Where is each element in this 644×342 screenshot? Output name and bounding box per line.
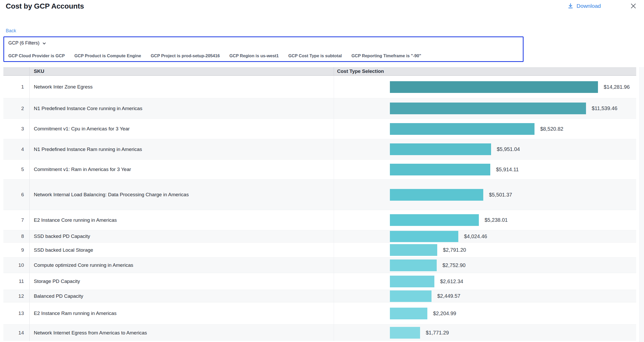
chevron-down-icon [42, 41, 47, 46]
row-rank: 7 [3, 210, 30, 230]
applied-filters-row: GCP Cloud Provider is GCPGCP Product is … [8, 53, 519, 58]
filter-chip: GCP Cost Type is subtotal [288, 53, 342, 58]
cost-bar[interactable] [390, 164, 490, 175]
cost-bar[interactable] [390, 327, 420, 339]
download-label: Download [577, 3, 601, 9]
cost-bar[interactable] [390, 308, 427, 319]
row-rank: 11 [3, 273, 30, 290]
table-row[interactable]: 12Balanced PD Capacity$2,449.57 [3, 290, 636, 302]
row-bar-cell: $14,281.96 [334, 76, 636, 98]
table-row[interactable]: 2N1 Predefined Instance Core running in … [3, 98, 636, 118]
table-row[interactable]: 9SSD backed Local Storage$2,791.20 [3, 242, 636, 257]
filter-chip: GCP Product is Compute Engine [74, 53, 141, 58]
cost-bar[interactable] [390, 81, 598, 93]
cost-value-label: $8,520.82 [540, 126, 563, 132]
row-rank: 10 [3, 258, 30, 273]
table-row[interactable]: 13E2 Instance Ram running in Americas$2,… [3, 302, 636, 324]
cost-value-label: $2,204.99 [433, 311, 456, 316]
cost-bar[interactable] [390, 244, 437, 256]
cost-bar[interactable] [390, 259, 437, 271]
table-header-sku: SKU [30, 67, 334, 75]
cost-value-label: $5,914.11 [496, 167, 519, 173]
row-sku-label: N1 Predefined Instance Ram running in Am… [30, 139, 334, 159]
row-bar-cell: $2,612.34 [334, 273, 636, 290]
cost-value-label: $5,238.01 [485, 217, 508, 223]
row-sku-label: Balanced PD Capacity [30, 290, 334, 302]
filter-group-box: GCP (6 Filters) GCP Cloud Provider is GC… [3, 36, 524, 62]
row-bar-cell: $5,951.04 [334, 139, 636, 159]
row-bar-cell: $4,024.46 [334, 230, 636, 242]
cost-bar[interactable] [390, 290, 432, 302]
cost-bar[interactable] [390, 214, 479, 226]
row-sku-label: E2 Instance Core running in Americas [30, 210, 334, 230]
row-sku-label: SSD backed Local Storage [30, 243, 334, 257]
row-rank: 5 [3, 160, 30, 179]
cost-value-label: $2,791.20 [443, 247, 466, 253]
row-bar-cell: $2,752.90 [334, 258, 636, 273]
cost-bar[interactable] [390, 103, 586, 114]
back-link[interactable]: Back [6, 28, 16, 34]
filter-chip: GCP Project is prod-setup-205416 [151, 53, 220, 58]
row-rank: 2 [3, 98, 30, 118]
cost-bar[interactable] [390, 231, 458, 242]
row-rank: 6 [3, 180, 30, 210]
close-icon [630, 3, 637, 9]
table-row[interactable]: 14Network Internet Egress from Americas … [3, 324, 636, 341]
table-header-rank [3, 67, 30, 75]
table-header-cost-type-selection: Cost Type Selection [334, 67, 636, 75]
cost-bar[interactable] [390, 276, 434, 287]
table-row[interactable]: 4N1 Predefined Instance Ram running in A… [3, 139, 636, 159]
row-sku-label: E2 Instance Ram running in Americas [30, 302, 334, 324]
cost-by-gcp-accounts-panel: Cost by GCP Accounts Download Back [0, 0, 644, 342]
row-bar-cell: $1,771.29 [334, 325, 636, 341]
table-row[interactable]: 10Compute optimized Core running in Amer… [3, 257, 636, 273]
row-rank: 4 [3, 139, 30, 159]
cost-bar[interactable] [390, 143, 491, 155]
table-row[interactable]: 8SSD backed PD Capacity$4,024.46 [3, 230, 636, 242]
row-bar-cell: $5,914.11 [334, 160, 636, 179]
row-rank: 13 [3, 302, 30, 324]
table-row[interactable]: 3Commitment v1: Cpu in Americas for 3 Ye… [3, 118, 636, 139]
row-sku-label: Commitment v1: Cpu in Americas for 3 Yea… [30, 119, 334, 139]
row-bar-cell: $5,238.01 [334, 210, 636, 230]
row-rank: 8 [3, 230, 30, 242]
download-icon [568, 3, 574, 9]
row-sku-label: Commitment v1: Ram in Americas for 3 Yea… [30, 160, 334, 179]
filter-chip: GCP Region is us-west1 [229, 53, 279, 58]
cost-bar[interactable] [390, 123, 534, 135]
download-button[interactable]: Download [568, 3, 601, 9]
row-rank: 3 [3, 119, 30, 139]
top-actions: Download [568, 3, 637, 9]
row-sku-label: SSD backed PD Capacity [30, 230, 334, 242]
close-button[interactable] [630, 3, 637, 9]
table-row[interactable]: 1Network Inter Zone Egress$14,281.96 [3, 76, 636, 98]
filter-chip: GCP Reporting Timeframe is "-90" [351, 53, 421, 58]
row-bar-cell: $2,204.99 [334, 302, 636, 324]
row-sku-label: Storage PD Capacity [30, 273, 334, 290]
row-rank: 1 [3, 76, 30, 98]
cost-value-label: $2,752.90 [442, 262, 466, 268]
table-row[interactable]: 6Network Internal Load Balancing: Data P… [3, 179, 636, 210]
row-sku-label: N1 Predefined Instance Core running in A… [30, 98, 334, 118]
cost-value-label: $14,281.96 [604, 84, 630, 90]
cost-table: SKU Cost Type Selection 1Network Inter Z… [3, 67, 636, 341]
row-bar-cell: $11,539.46 [334, 98, 636, 118]
vertical-scrollbar[interactable] [639, 67, 644, 342]
cost-value-label: $11,539.46 [592, 105, 617, 111]
row-rank: 12 [3, 290, 30, 302]
table-body: 1Network Inter Zone Egress$14,281.962N1 … [3, 76, 636, 341]
filter-group-toggle[interactable]: GCP (6 Filters) [8, 40, 47, 46]
page-title: Cost by GCP Accounts [6, 2, 84, 10]
cost-value-label: $5,501.37 [489, 192, 512, 198]
cost-value-label: $1,771.29 [426, 330, 449, 336]
table-row[interactable]: 5Commitment v1: Ram in Americas for 3 Ye… [3, 159, 636, 179]
cost-value-label: $5,951.04 [497, 146, 520, 152]
table-header-row: SKU Cost Type Selection [3, 67, 636, 76]
table-row[interactable]: 11Storage PD Capacity$2,612.34 [3, 273, 636, 290]
filter-summary-label: GCP (6 Filters) [8, 40, 40, 46]
cost-bar[interactable] [390, 189, 483, 201]
table-row[interactable]: 7E2 Instance Core running in Americas$5,… [3, 210, 636, 230]
row-sku-label: Compute optimized Core running in Americ… [30, 258, 334, 273]
row-sku-label: Network Internet Egress from Americas to… [30, 325, 334, 341]
row-bar-cell: $5,501.37 [334, 180, 636, 210]
